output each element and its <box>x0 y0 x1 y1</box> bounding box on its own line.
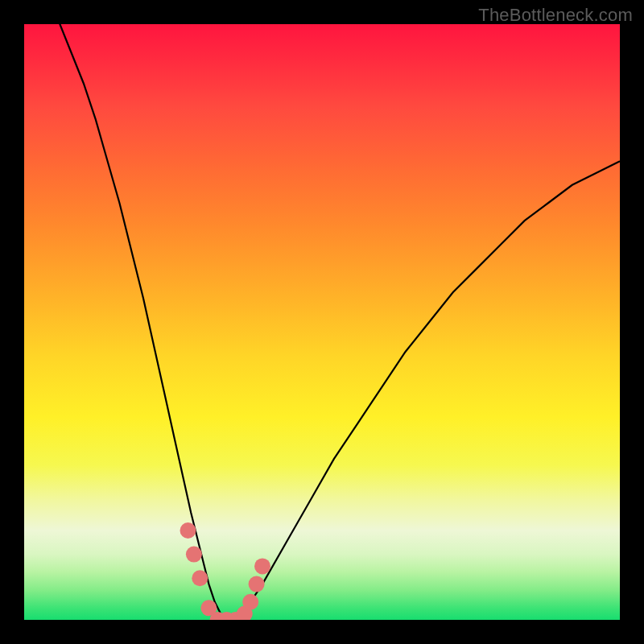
curve-svg <box>24 24 620 620</box>
marker-dot <box>180 522 196 539</box>
watermark-text: TheBottleneck.com <box>478 5 633 26</box>
bottleneck-curve <box>24 24 620 620</box>
marker-dot <box>242 594 258 610</box>
marker-dot <box>254 558 270 574</box>
marker-dot <box>249 576 265 592</box>
plot-area <box>24 24 620 620</box>
marker-group <box>180 522 271 620</box>
marker-dot <box>186 547 202 563</box>
marker-dot <box>192 570 208 586</box>
chart-frame: TheBottleneck.com <box>0 0 644 644</box>
